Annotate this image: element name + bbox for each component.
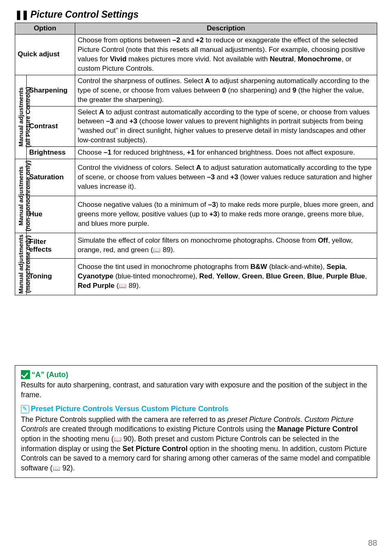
note-preset-title: Preset Picture Controls Versus Custom Pi… [31, 404, 228, 414]
table-row: Manual adjustments(monochrome only) Filt… [15, 233, 377, 258]
table-row: Hue Choose negative values (to a minimum… [15, 196, 377, 233]
header-option: Option [15, 23, 75, 35]
desc-toning: Choose the tint used in monochrome photo… [75, 258, 377, 295]
table-row: Brightness Choose –1 for reduced brightn… [15, 147, 377, 159]
pencil-icon [21, 405, 29, 413]
notes-box: “A” (Auto) Results for auto sharpening, … [15, 365, 377, 478]
option-hue: Hue [27, 196, 75, 233]
table-row: Toning Choose the tint used in monochrom… [15, 258, 377, 295]
table-row: Quick adjust Choose from options between… [15, 34, 377, 75]
option-quick-adjust: Quick adjust [15, 34, 75, 75]
option-brightness: Brightness [27, 147, 75, 159]
option-sharpening: Sharpening [27, 75, 75, 106]
desc-contrast: Select A to adjust contrast automaticall… [75, 106, 377, 147]
option-toning: Toning [27, 258, 75, 295]
note-a-auto-body: Results for auto sharpening, contrast, a… [21, 380, 371, 400]
option-saturation: Saturation [27, 159, 75, 196]
header-description: Description [75, 23, 377, 35]
desc-brightness: Choose –1 for reduced brightness, +1 for… [75, 147, 377, 159]
table-row: Contrast Select A to adjust contrast aut… [15, 106, 377, 147]
option-filter-effects: Filtereffects [27, 233, 75, 258]
desc-quick-adjust: Choose from options between –2 and +2 to… [75, 34, 377, 75]
table-row: Manual adjustments(non-monochrome only) … [15, 159, 377, 196]
note-preset-body: The Picture Controls supplied with the c… [21, 415, 371, 473]
table-row: Manual adjustments(all Picture Controls)… [15, 75, 377, 106]
desc-sharpening: Control the sharpness of outlines. Selec… [75, 75, 377, 106]
desc-filter-effects: Simulate the effect of color filters on … [75, 233, 377, 258]
check-icon [21, 370, 30, 379]
note-a-auto-title: “A” (Auto) [32, 370, 68, 380]
desc-hue: Choose negative values (to a minimum of … [75, 196, 377, 233]
heading-bars-icon: ❚❚ [15, 9, 28, 21]
note-preset-head: Preset Picture Controls Versus Custom Pi… [21, 404, 371, 414]
option-contrast: Contrast [27, 106, 75, 147]
group-monochrome: Manual adjustments(monochrome only) [15, 233, 27, 295]
section-title: Picture Control Settings [30, 8, 138, 21]
note-a-auto-head: “A” (Auto) [21, 370, 371, 380]
settings-table: Option Description Quick adjust Choose f… [15, 23, 377, 295]
section-heading: ❚❚ Picture Control Settings [15, 8, 377, 21]
desc-saturation: Control the vividness of colors. Select … [75, 159, 377, 196]
group-all-picture: Manual adjustments(all Picture Controls) [15, 75, 27, 159]
group-non-monochrome: Manual adjustments(non-monochrome only) [15, 159, 27, 233]
